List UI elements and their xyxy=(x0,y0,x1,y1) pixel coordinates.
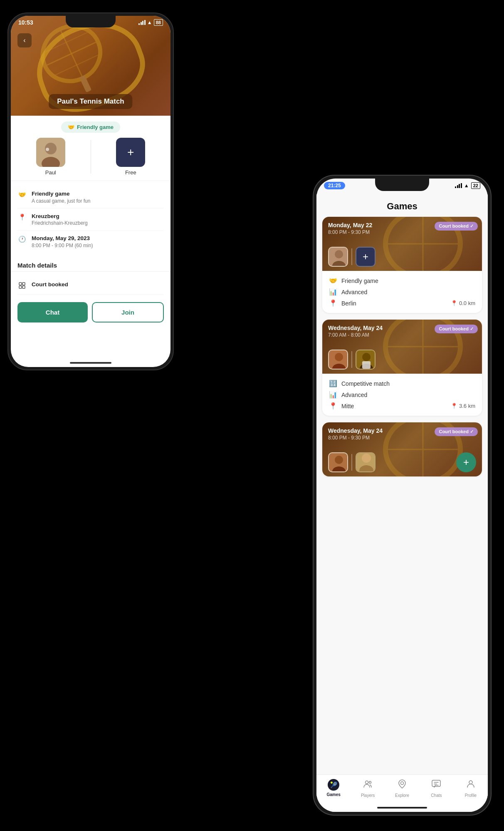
card1-date: Monday, May 22 xyxy=(328,222,372,228)
card2-player1-avatar xyxy=(328,350,348,370)
phone1-device: 10:53 ▲ 88 ‹ xyxy=(7,12,174,370)
datetime-title: Monday, May 29, 2023 xyxy=(32,235,164,242)
phone2-content: Games Monday, May 22 8:00 PM - 9:30 PM C… xyxy=(316,194,488,812)
players-svg xyxy=(363,779,373,789)
card1-details: 🤝 Friendly game 📊 Advanced 📍 Berlin 📍 0.… xyxy=(322,271,482,313)
svg-point-9 xyxy=(46,148,49,151)
friendly-badge-label: Friendly game xyxy=(77,124,114,130)
card3-divider xyxy=(351,454,352,471)
phone2-wifi-icon: ▲ xyxy=(464,183,469,189)
phone2-device: 21:25 ▲ 22 Games Monday, xyxy=(313,175,492,816)
card2-location-row: 📍 Mitte 📍 3.6 km xyxy=(329,402,475,410)
card3-date: Wednesday, May 24 xyxy=(328,427,383,434)
info-list: 🤝 Friendly game A casual game, just for … xyxy=(11,181,170,258)
free-slot[interactable]: + xyxy=(116,138,145,167)
nav-chats[interactable]: Chats xyxy=(419,779,453,798)
card1-pin-icon: 📍 xyxy=(451,300,457,306)
card1-location-row: 📍 Berlin 📍 0.0 km xyxy=(329,299,475,307)
svg-point-41 xyxy=(401,782,404,785)
player-paul: Paul xyxy=(17,138,84,176)
games-nav-icon: 🎾 xyxy=(328,779,339,791)
games-title: Games xyxy=(316,194,488,217)
nav-players[interactable]: Players xyxy=(351,779,385,798)
game-card-2-header: Wednesday, May 24 7:00 AM - 8:00 AM Cour… xyxy=(322,320,482,374)
phone1-status-icons: ▲ 88 xyxy=(138,19,163,26)
chats-nav-label: Chats xyxy=(431,793,442,798)
game-type-text: Friendly game A casual game, just for fu… xyxy=(32,190,164,204)
match-details-heading: Match details xyxy=(11,258,170,271)
handshake-info-icon: 🤝 xyxy=(17,190,27,199)
match-title: Paul's Tennis Match xyxy=(49,94,132,109)
card1-dist-value: 0.0 km xyxy=(459,300,475,306)
chats-nav-icon xyxy=(431,779,441,791)
player-divider xyxy=(91,140,91,174)
phone2-screen: 21:25 ▲ 22 Games Monday, xyxy=(316,179,488,812)
svg-point-24 xyxy=(335,353,343,361)
card1-avatar-svg xyxy=(329,247,347,267)
card1-time: 8:00 PM - 9:30 PM xyxy=(328,229,370,235)
location-detail-icon2: 📍 xyxy=(329,402,337,410)
svg-point-34 xyxy=(335,456,343,464)
phone2-statusbar: 21:25 ▲ 22 xyxy=(324,182,480,189)
game-card-3[interactable]: Wednesday, May 24 8:00 PM - 9:30 PM Cour… xyxy=(322,422,482,476)
card3-time: 8:00 PM - 9:30 PM xyxy=(328,435,370,441)
chat-button[interactable]: Chat xyxy=(17,302,88,322)
card2-dist-value: 3.6 km xyxy=(459,403,475,409)
join-button[interactable]: Join xyxy=(92,302,164,322)
card1-location: Berlin xyxy=(341,300,356,307)
info-game-type: 🤝 Friendly game A casual game, just for … xyxy=(17,186,164,208)
players-nav-label: Players xyxy=(361,793,375,798)
game-card-2[interactable]: Wednesday, May 24 7:00 AM - 8:00 AM Cour… xyxy=(322,320,482,416)
phone2-status-icons: ▲ 22 xyxy=(455,182,480,189)
card1-level: Advanced xyxy=(341,289,367,295)
court-icon-svg xyxy=(19,282,25,289)
game-type-sub: A casual game, just for fun xyxy=(32,198,164,204)
grid-icon xyxy=(17,281,27,290)
explore-nav-label: Explore xyxy=(395,793,409,798)
phone1-content: 🤝 Friendly game Paul xyxy=(11,122,170,327)
svg-point-18 xyxy=(335,250,343,258)
card2-pin-icon: 📍 xyxy=(451,403,457,409)
card3-player2-avatar xyxy=(356,452,376,472)
back-button[interactable]: ‹ xyxy=(17,33,32,47)
nav-explore[interactable]: Explore xyxy=(385,779,419,798)
card2-badge-text: Court booked ✓ xyxy=(439,326,474,332)
handshake-icon: 🤝 xyxy=(68,124,74,130)
game-card-1[interactable]: Monday, May 22 8:00 PM - 9:30 PM Court b… xyxy=(322,217,482,313)
court-badge-text: Court booked ✓ xyxy=(439,223,474,229)
card1-free-slot[interactable]: + xyxy=(356,247,376,267)
nav-games[interactable]: 🎾 Games xyxy=(316,779,351,797)
battery-icon: 88 xyxy=(154,19,163,26)
svg-rect-5 xyxy=(79,75,92,92)
game-card-1-header: Monday, May 22 8:00 PM - 9:30 PM Court b… xyxy=(322,217,482,271)
wifi-icon: ▲ xyxy=(147,20,152,25)
phone1-screen: 10:53 ▲ 88 ‹ xyxy=(11,16,170,367)
svg-point-37 xyxy=(362,454,371,463)
card2-level: Advanced xyxy=(341,392,367,398)
card2-avatar1-svg xyxy=(329,350,347,370)
card3-players xyxy=(328,452,376,472)
svg-point-40 xyxy=(369,781,371,784)
card2-type: Competitive match xyxy=(341,380,390,387)
card2-type-row: 🔢 Competitive match xyxy=(329,380,475,387)
svg-rect-11 xyxy=(22,283,25,285)
card2-location: Mitte xyxy=(341,403,354,409)
nav-profile[interactable]: Profile xyxy=(454,779,488,798)
location-title: Kreuzberg xyxy=(32,213,164,220)
game-type-title: Friendly game xyxy=(32,190,164,198)
card2-details: 🔢 Competitive match 📊 Advanced 📍 Mitte 📍… xyxy=(322,374,482,416)
location-sub: Friedrichshain-Kreuzberg xyxy=(32,220,164,226)
card1-type-row: 🤝 Friendly game xyxy=(329,277,475,285)
profile-nav-label: Profile xyxy=(465,793,477,798)
card1-player1-avatar xyxy=(328,247,348,267)
card3-avatar2-svg xyxy=(356,452,375,472)
paul-avatar xyxy=(36,138,65,167)
card2-level-row: 📊 Advanced xyxy=(329,391,475,399)
svg-point-39 xyxy=(365,781,368,784)
card1-divider xyxy=(351,248,352,265)
svg-point-45 xyxy=(469,781,472,784)
svg-point-27 xyxy=(362,353,371,361)
chats-svg xyxy=(431,779,441,789)
card3-add-player-btn[interactable]: + xyxy=(456,452,476,472)
paul-photo xyxy=(36,138,65,167)
